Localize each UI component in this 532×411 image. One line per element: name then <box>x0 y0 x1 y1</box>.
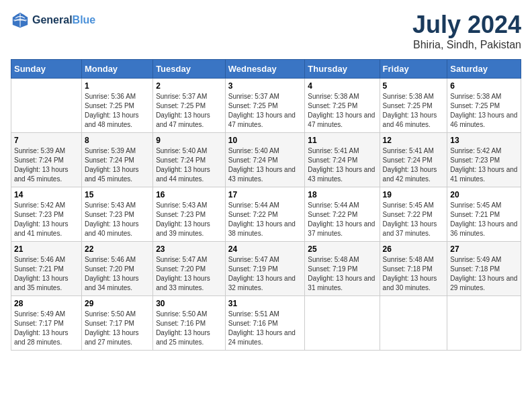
calendar-cell: 13Sunrise: 5:42 AMSunset: 7:23 PMDayligh… <box>447 133 521 187</box>
day-number: 3 <box>228 81 302 91</box>
calendar-cell: 29Sunrise: 5:50 AMSunset: 7:17 PMDayligh… <box>81 296 152 351</box>
day-info: Sunrise: 5:39 AMSunset: 7:24 PMDaylight:… <box>85 146 150 184</box>
calendar-week-row: 28Sunrise: 5:49 AMSunset: 7:17 PMDayligh… <box>11 296 521 351</box>
day-number: 28 <box>14 299 79 308</box>
day-info: Sunrise: 5:45 AMSunset: 7:21 PMDaylight:… <box>450 201 518 238</box>
calendar-cell: 7Sunrise: 5:39 AMSunset: 7:24 PMDaylight… <box>11 133 82 187</box>
calendar-cell: 26Sunrise: 5:48 AMSunset: 7:18 PMDayligh… <box>380 242 447 296</box>
day-number: 18 <box>308 190 376 199</box>
day-number: 2 <box>156 81 222 91</box>
day-info: Sunrise: 5:47 AMSunset: 7:20 PMDaylight:… <box>156 255 222 293</box>
calendar-cell: 14Sunrise: 5:42 AMSunset: 7:23 PMDayligh… <box>11 187 82 242</box>
day-info: Sunrise: 5:51 AMSunset: 7:16 PMDaylight:… <box>228 310 302 347</box>
day-info: Sunrise: 5:42 AMSunset: 7:23 PMDaylight:… <box>450 146 518 184</box>
calendar-cell: 18Sunrise: 5:44 AMSunset: 7:22 PMDayligh… <box>305 187 380 242</box>
logo-icon <box>11 11 30 30</box>
day-number: 24 <box>228 244 302 254</box>
day-number: 5 <box>383 81 445 91</box>
weekday-header: Wednesday <box>225 60 305 79</box>
calendar-cell <box>305 296 380 351</box>
calendar-cell: 12Sunrise: 5:41 AMSunset: 7:24 PMDayligh… <box>380 133 447 187</box>
day-number: 17 <box>228 190 302 199</box>
day-info: Sunrise: 5:37 AMSunset: 7:25 PMDaylight:… <box>156 92 222 130</box>
weekday-header: Sunday <box>11 60 82 79</box>
calendar-cell: 30Sunrise: 5:50 AMSunset: 7:16 PMDayligh… <box>153 296 226 351</box>
weekday-header: Tuesday <box>153 60 226 79</box>
day-number: 31 <box>228 299 302 308</box>
calendar-cell: 25Sunrise: 5:48 AMSunset: 7:19 PMDayligh… <box>305 242 380 296</box>
calendar-week-row: 7Sunrise: 5:39 AMSunset: 7:24 PMDaylight… <box>11 133 521 187</box>
day-info: Sunrise: 5:44 AMSunset: 7:22 PMDaylight:… <box>308 201 376 238</box>
calendar-cell: 17Sunrise: 5:44 AMSunset: 7:22 PMDayligh… <box>225 187 305 242</box>
day-number: 8 <box>85 136 150 145</box>
day-info: Sunrise: 5:41 AMSunset: 7:24 PMDaylight:… <box>383 146 445 184</box>
day-number: 4 <box>308 81 376 91</box>
day-info: Sunrise: 5:37 AMSunset: 7:25 PMDaylight:… <box>228 92 302 130</box>
logo-text: GeneralBlue <box>32 14 95 26</box>
day-number: 27 <box>450 244 518 254</box>
day-info: Sunrise: 5:36 AMSunset: 7:25 PMDaylight:… <box>85 92 150 130</box>
calendar-cell: 31Sunrise: 5:51 AMSunset: 7:16 PMDayligh… <box>225 296 305 351</box>
calendar-week-row: 1Sunrise: 5:36 AMSunset: 7:25 PMDaylight… <box>11 79 521 133</box>
calendar-cell: 27Sunrise: 5:49 AMSunset: 7:18 PMDayligh… <box>447 242 521 296</box>
day-info: Sunrise: 5:38 AMSunset: 7:25 PMDaylight:… <box>450 92 518 130</box>
calendar-cell: 22Sunrise: 5:46 AMSunset: 7:20 PMDayligh… <box>81 242 152 296</box>
day-info: Sunrise: 5:43 AMSunset: 7:23 PMDaylight:… <box>156 201 222 238</box>
calendar-cell: 16Sunrise: 5:43 AMSunset: 7:23 PMDayligh… <box>153 187 226 242</box>
location: Bhiria, Sindh, Pakistan <box>412 39 521 51</box>
day-info: Sunrise: 5:38 AMSunset: 7:25 PMDaylight:… <box>383 92 445 130</box>
day-number: 26 <box>383 244 445 254</box>
day-number: 13 <box>450 136 518 145</box>
day-info: Sunrise: 5:47 AMSunset: 7:19 PMDaylight:… <box>228 255 302 293</box>
title-block: July 2024 Bhiria, Sindh, Pakistan <box>412 11 521 51</box>
day-number: 14 <box>14 190 79 199</box>
day-info: Sunrise: 5:50 AMSunset: 7:16 PMDaylight:… <box>156 310 222 347</box>
weekday-header: Thursday <box>305 60 380 79</box>
calendar-cell: 21Sunrise: 5:46 AMSunset: 7:21 PMDayligh… <box>11 242 82 296</box>
day-info: Sunrise: 5:40 AMSunset: 7:24 PMDaylight:… <box>156 146 222 184</box>
day-info: Sunrise: 5:46 AMSunset: 7:21 PMDaylight:… <box>14 255 79 293</box>
calendar-cell: 20Sunrise: 5:45 AMSunset: 7:21 PMDayligh… <box>447 187 521 242</box>
day-info: Sunrise: 5:42 AMSunset: 7:23 PMDaylight:… <box>14 201 79 238</box>
page-header: GeneralBlue July 2024 Bhiria, Sindh, Pak… <box>11 11 521 51</box>
calendar-week-row: 14Sunrise: 5:42 AMSunset: 7:23 PMDayligh… <box>11 187 521 242</box>
logo: GeneralBlue <box>11 11 95 30</box>
day-info: Sunrise: 5:49 AMSunset: 7:17 PMDaylight:… <box>14 310 79 347</box>
day-number: 9 <box>156 136 222 145</box>
day-number: 29 <box>85 299 150 308</box>
day-info: Sunrise: 5:40 AMSunset: 7:24 PMDaylight:… <box>228 146 302 184</box>
day-number: 19 <box>383 190 445 199</box>
calendar-cell: 11Sunrise: 5:41 AMSunset: 7:24 PMDayligh… <box>305 133 380 187</box>
calendar-cell: 19Sunrise: 5:45 AMSunset: 7:22 PMDayligh… <box>380 187 447 242</box>
calendar-week-row: 21Sunrise: 5:46 AMSunset: 7:21 PMDayligh… <box>11 242 521 296</box>
day-info: Sunrise: 5:41 AMSunset: 7:24 PMDaylight:… <box>308 146 376 184</box>
calendar-table: SundayMondayTuesdayWednesdayThursdayFrid… <box>11 59 521 351</box>
day-info: Sunrise: 5:43 AMSunset: 7:23 PMDaylight:… <box>85 201 150 238</box>
weekday-header-row: SundayMondayTuesdayWednesdayThursdayFrid… <box>11 60 521 79</box>
calendar-cell <box>380 296 447 351</box>
day-info: Sunrise: 5:38 AMSunset: 7:25 PMDaylight:… <box>308 92 376 130</box>
day-number: 30 <box>156 299 222 308</box>
day-info: Sunrise: 5:44 AMSunset: 7:22 PMDaylight:… <box>228 201 302 238</box>
day-number: 23 <box>156 244 222 254</box>
day-number: 10 <box>228 136 302 145</box>
day-number: 11 <box>308 136 376 145</box>
calendar-cell <box>447 296 521 351</box>
calendar-cell: 6Sunrise: 5:38 AMSunset: 7:25 PMDaylight… <box>447 79 521 133</box>
calendar-cell: 10Sunrise: 5:40 AMSunset: 7:24 PMDayligh… <box>225 133 305 187</box>
day-info: Sunrise: 5:45 AMSunset: 7:22 PMDaylight:… <box>383 201 445 238</box>
calendar-cell: 8Sunrise: 5:39 AMSunset: 7:24 PMDaylight… <box>81 133 152 187</box>
calendar-cell: 24Sunrise: 5:47 AMSunset: 7:19 PMDayligh… <box>225 242 305 296</box>
day-number: 25 <box>308 244 376 254</box>
calendar-cell: 9Sunrise: 5:40 AMSunset: 7:24 PMDaylight… <box>153 133 226 187</box>
day-number: 21 <box>14 244 79 254</box>
weekday-header: Saturday <box>447 60 521 79</box>
weekday-header: Monday <box>81 60 152 79</box>
day-number: 7 <box>14 136 79 145</box>
calendar-cell: 23Sunrise: 5:47 AMSunset: 7:20 PMDayligh… <box>153 242 226 296</box>
day-number: 15 <box>85 190 150 199</box>
calendar-cell: 15Sunrise: 5:43 AMSunset: 7:23 PMDayligh… <box>81 187 152 242</box>
day-number: 12 <box>383 136 445 145</box>
month-title: July 2024 <box>412 11 521 39</box>
day-number: 1 <box>85 81 150 91</box>
